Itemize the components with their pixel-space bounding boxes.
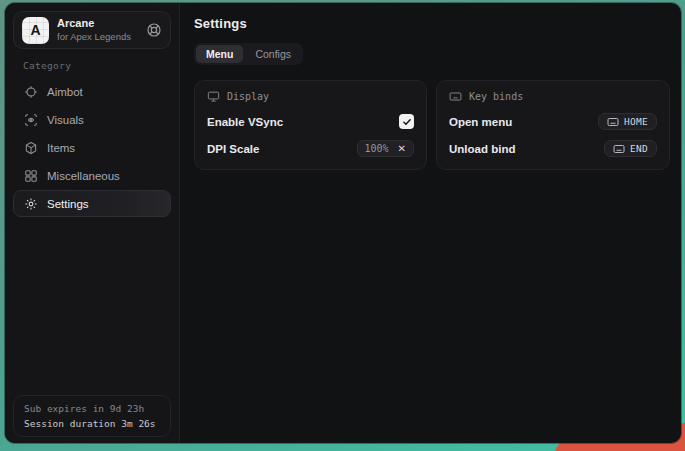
- enable-vsync-row: Enable VSync: [207, 113, 414, 130]
- dpi-scale-label: DPI Scale: [207, 143, 259, 155]
- keyboard-icon: [607, 117, 619, 127]
- sidebar-item-items[interactable]: Items: [13, 134, 171, 161]
- dpi-scale-row: DPI Scale 100% ✕: [207, 140, 414, 157]
- enable-vsync-label: Enable VSync: [207, 116, 283, 128]
- check-icon: [402, 117, 412, 127]
- brand-name: Arcane: [57, 17, 131, 31]
- enable-vsync-checkbox[interactable]: [399, 114, 414, 129]
- sidebar-item-label: Miscellaneous: [47, 170, 120, 182]
- subscription-info: Sub expires in 9d 23h Session duration 3…: [13, 395, 171, 437]
- brand-card: A Arcane for Apex Legends: [13, 11, 171, 49]
- tab-menu[interactable]: Menu: [196, 45, 243, 63]
- dpi-scale-value: 100%: [365, 143, 389, 154]
- keybinds-card-header: Key binds: [449, 90, 657, 103]
- open-menu-key: HOME: [624, 116, 648, 127]
- grid-icon: [24, 169, 38, 183]
- keybinds-card-title: Key binds: [469, 91, 523, 102]
- session-duration-text: Session duration 3m 26s: [24, 418, 160, 429]
- settings-cards: Display Enable VSync DPI Scale: [194, 80, 670, 170]
- unload-bind-row: Unload bind END: [449, 140, 657, 157]
- crosshair-icon: [24, 85, 38, 99]
- unload-bind-label: Unload bind: [449, 143, 515, 155]
- sidebar-item-miscellaneous[interactable]: Miscellaneous: [13, 162, 171, 189]
- unload-bind-keybind[interactable]: END: [604, 140, 657, 157]
- clear-icon[interactable]: ✕: [398, 144, 406, 154]
- lifebuoy-icon[interactable]: [146, 22, 162, 38]
- keybinds-card: Key binds Open menu HOME: [436, 80, 670, 170]
- sidebar-item-label: Settings: [47, 198, 89, 210]
- category-label: Category: [23, 60, 179, 71]
- package-icon: [24, 141, 38, 155]
- open-menu-keybind[interactable]: HOME: [598, 113, 657, 130]
- open-menu-row: Open menu HOME: [449, 113, 657, 130]
- scan-eye-icon: [24, 113, 38, 127]
- display-card-title: Display: [227, 91, 269, 102]
- monitor-icon: [207, 90, 220, 103]
- sidebar: A Arcane for Apex Legends Category: [5, 3, 180, 443]
- sidebar-item-label: Visuals: [47, 114, 84, 126]
- sidebar-item-label: Items: [47, 142, 75, 154]
- sub-expiry-text: Sub expires in 9d 23h: [24, 403, 160, 414]
- tab-configs[interactable]: Configs: [245, 45, 301, 63]
- display-card: Display Enable VSync DPI Scale: [194, 80, 427, 170]
- sidebar-item-aimbot[interactable]: Aimbot: [13, 78, 171, 105]
- display-card-header: Display: [207, 90, 414, 103]
- unload-bind-key: END: [630, 143, 648, 154]
- keyboard-icon: [449, 90, 462, 103]
- brand-subtitle: for Apex Legends: [57, 31, 131, 43]
- main-content: Settings Menu Configs Display: [180, 3, 681, 443]
- dpi-scale-input[interactable]: 100% ✕: [357, 140, 414, 157]
- keyboard-icon: [613, 144, 625, 154]
- gear-icon: [24, 197, 38, 211]
- open-menu-label: Open menu: [449, 116, 512, 128]
- page-title: Settings: [194, 16, 670, 31]
- app-window: A Arcane for Apex Legends Category: [5, 3, 681, 443]
- sidebar-item-label: Aimbot: [47, 86, 83, 98]
- tab-bar: Menu Configs: [194, 43, 303, 65]
- brand-text: Arcane for Apex Legends: [57, 17, 131, 43]
- brand-logo: A: [22, 17, 49, 44]
- sidebar-item-visuals[interactable]: Visuals: [13, 106, 171, 133]
- sidebar-nav: Aimbot Visuals: [5, 74, 179, 221]
- sidebar-item-settings[interactable]: Settings: [13, 190, 171, 217]
